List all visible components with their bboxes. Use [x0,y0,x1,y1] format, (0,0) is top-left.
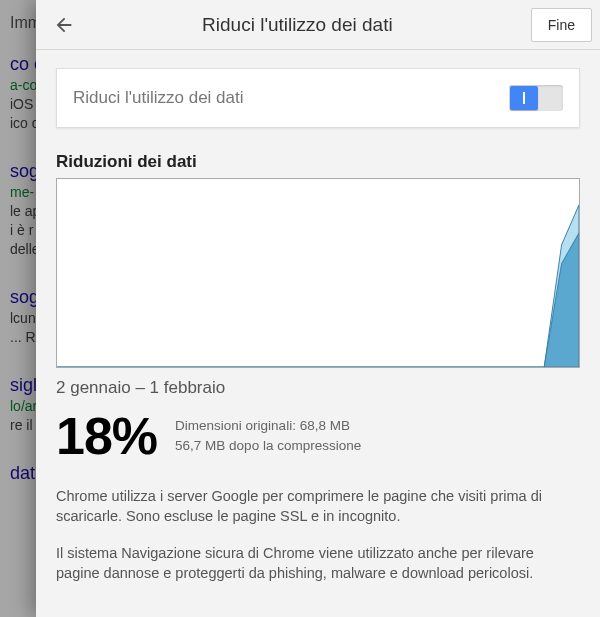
description-paragraph-1: Chrome utilizza i server Google per comp… [56,486,580,527]
panel-header: Riduci l'utilizzo dei dati Fine [36,0,600,50]
panel-title: Riduci l'utilizzo dei dati [64,14,531,36]
original-size: Dimensioni originali: 68,8 MB [175,416,361,436]
compressed-size: 56,7 MB dopo la compressione [175,436,361,456]
done-button[interactable]: Fine [531,8,592,42]
reduce-data-label: Riduci l'utilizzo dei dati [73,88,244,108]
switch-knob [510,86,538,110]
size-stats: Dimensioni originali: 68,8 MB 56,7 MB do… [175,416,361,455]
panel-content: Riduci l'utilizzo dei dati Riduzioni dei… [36,50,600,617]
data-reduction-chart [56,178,580,368]
reduce-data-toggle-row: Riduci l'utilizzo dei dati [56,68,580,128]
description-paragraph-2: Il sistema Navigazione sicura di Chrome … [56,543,580,584]
chart-svg [57,179,579,367]
date-range: 2 gennaio – 1 febbraio [56,378,580,398]
section-title: Riduzioni dei dati [56,152,580,172]
settings-panel: Riduci l'utilizzo dei dati Fine Riduci l… [36,0,600,617]
reduce-data-switch[interactable] [509,85,563,111]
percent-row: 18% Dimensioni originali: 68,8 MB 56,7 M… [56,406,580,466]
percent-saved: 18% [56,406,157,466]
